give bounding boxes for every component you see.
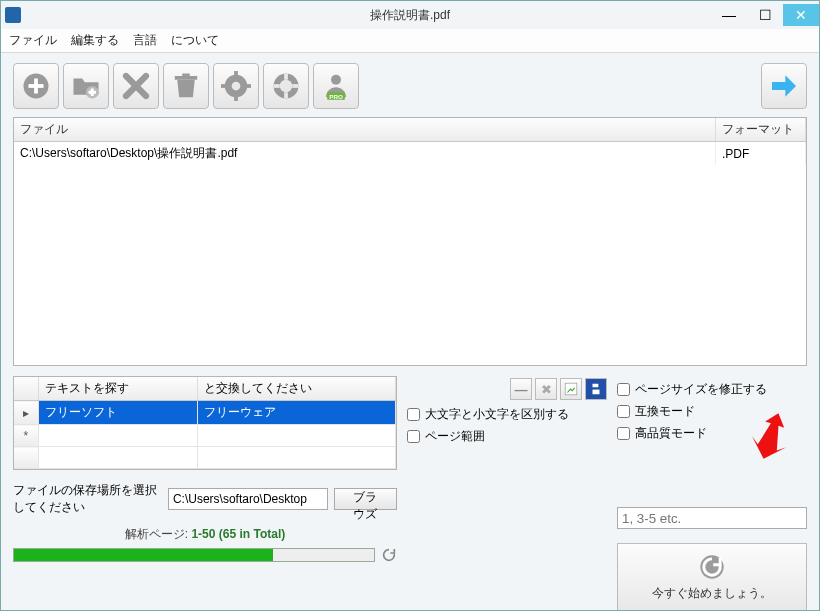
mini-add-button[interactable]	[560, 378, 582, 400]
app-icon	[5, 7, 21, 23]
compat-mode-checkbox[interactable]	[617, 405, 630, 418]
settings-button[interactable]	[213, 63, 259, 109]
row-marker: ▸	[14, 401, 38, 425]
mini-delete-button[interactable]: ✖	[535, 378, 557, 400]
menu-about[interactable]: について	[171, 32, 219, 49]
page-range-option[interactable]: ページ範囲	[407, 428, 607, 445]
menubar: ファイル 編集する 言語 について	[1, 29, 819, 53]
window-controls: — ☐ ✕	[711, 4, 819, 26]
svg-rect-5	[89, 91, 97, 94]
page-range-input[interactable]	[617, 507, 807, 529]
minimize-button[interactable]: —	[711, 4, 747, 26]
file-row[interactable]: C:\Users\softaro\Desktop\操作説明書.pdf .PDF	[14, 142, 806, 166]
analysis-value: 1-50 (65 in Total)	[191, 527, 285, 541]
col-replace-header[interactable]: と交換してください	[197, 377, 395, 401]
svg-text:PRO: PRO	[329, 93, 343, 100]
replace-cell[interactable]: フリーウェア	[197, 401, 395, 425]
window-title: 操作説明書.pdf	[370, 7, 450, 24]
remove-button[interactable]	[113, 63, 159, 109]
svg-rect-24	[593, 384, 599, 388]
toolbar: PRO	[1, 53, 819, 117]
fix-page-size-option[interactable]: ページサイズを修正する	[617, 381, 807, 398]
col-format-header[interactable]: フォーマット	[716, 118, 806, 142]
attention-arrow-icon	[751, 412, 791, 460]
menu-language[interactable]: 言語	[133, 32, 157, 49]
start-button[interactable]: 今すぐ始めましょう。	[617, 543, 807, 611]
svg-rect-2	[29, 84, 44, 88]
replace-cell[interactable]	[197, 425, 395, 447]
menu-file[interactable]: ファイル	[9, 32, 57, 49]
file-format-cell: .PDF	[716, 142, 806, 166]
replace-table: テキストを探す と交換してください ▸ フリーソフト フリーウェア *	[13, 376, 397, 470]
row-marker: *	[14, 425, 38, 447]
start-label: 今すぐ始めましょう。	[652, 585, 772, 602]
start-icon	[698, 553, 726, 581]
refresh-icon[interactable]	[381, 547, 397, 563]
add-file-button[interactable]	[13, 63, 59, 109]
row-header-corner	[14, 377, 38, 401]
save-location-input[interactable]	[168, 488, 328, 510]
svg-rect-10	[234, 71, 238, 76]
page-range-checkbox[interactable]	[407, 430, 420, 443]
svg-rect-25	[593, 390, 600, 395]
trash-button[interactable]	[163, 63, 209, 109]
add-folder-button[interactable]	[63, 63, 109, 109]
svg-point-20	[331, 75, 341, 85]
menu-edit[interactable]: 編集する	[71, 32, 119, 49]
case-sensitive-option[interactable]: 大文字と小文字を区別する	[407, 406, 607, 423]
svg-rect-12	[221, 84, 226, 88]
pro-button[interactable]: PRO	[313, 63, 359, 109]
case-sensitive-checkbox[interactable]	[407, 408, 420, 421]
next-button[interactable]	[761, 63, 807, 109]
svg-point-9	[232, 82, 241, 91]
maximize-button[interactable]: ☐	[747, 4, 783, 26]
find-cell[interactable]: フリーソフト	[38, 401, 197, 425]
svg-rect-11	[234, 96, 238, 101]
svg-rect-6	[175, 76, 198, 80]
fix-page-size-checkbox[interactable]	[617, 383, 630, 396]
file-list-body[interactable]	[14, 165, 806, 365]
browse-button[interactable]: ブラウズ	[334, 488, 397, 510]
help-button[interactable]	[263, 63, 309, 109]
replace-row[interactable]: *	[14, 425, 396, 447]
close-button[interactable]: ✕	[783, 4, 819, 26]
analysis-label: 解析ページ:	[125, 527, 188, 541]
replace-row[interactable]: ▸ フリーソフト フリーウェア	[14, 401, 396, 425]
save-location-label: ファイルの保存場所を選択してください	[13, 482, 162, 516]
col-file-header[interactable]: ファイル	[14, 118, 716, 142]
svg-rect-7	[182, 74, 190, 77]
mini-save-button[interactable]	[585, 378, 607, 400]
col-find-header[interactable]: テキストを探す	[38, 377, 197, 401]
hq-mode-checkbox[interactable]	[617, 427, 630, 440]
svg-point-15	[280, 80, 293, 93]
svg-rect-13	[246, 84, 251, 88]
file-path-cell: C:\Users\softaro\Desktop\操作説明書.pdf	[14, 142, 716, 166]
mini-minus-button[interactable]: —	[510, 378, 532, 400]
progress-bar	[13, 548, 375, 562]
titlebar: 操作説明書.pdf — ☐ ✕	[1, 1, 819, 29]
mini-toolbar: — ✖	[407, 378, 607, 400]
file-list: ファイル フォーマット C:\Users\softaro\Desktop\操作説…	[13, 117, 807, 366]
find-cell[interactable]	[38, 425, 197, 447]
